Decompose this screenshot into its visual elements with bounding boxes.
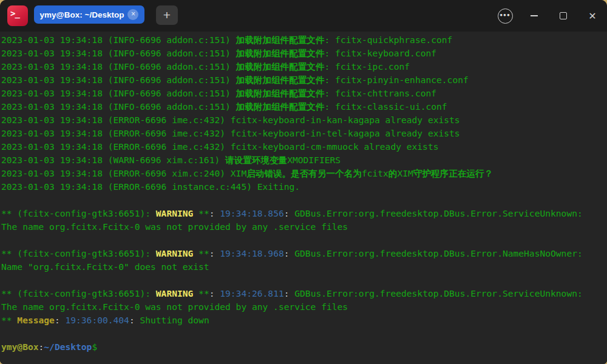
terminal-line: The name org.fcitx.Fcitx-0 was not provi…	[1, 300, 607, 314]
terminal-line: ** Message: 19:36:00.404: Shutting down	[1, 314, 607, 327]
terminal-line: 2023-01-03 19:34:18 (INFO-6696 addon.c:1…	[1, 100, 607, 113]
minimize-button[interactable]	[520, 0, 549, 32]
terminal-line	[1, 194, 607, 207]
terminal-line: 2023-01-03 19:34:18 (INFO-6696 addon.c:1…	[1, 33, 607, 47]
maximize-button[interactable]	[549, 0, 578, 32]
terminal-line	[1, 327, 607, 340]
terminal-line: 2023-01-03 19:34:18 (INFO-6696 addon.c:1…	[1, 60, 607, 73]
terminal-line: 2023-01-03 19:34:18 (ERROR-6696 instance…	[1, 180, 607, 194]
terminal-line: 2023-01-03 19:34:18 (ERROR-6696 ime.c:43…	[1, 140, 607, 153]
terminal-line	[1, 234, 607, 247]
tab-title: ymy@Box: ~/Desktop	[40, 10, 124, 19]
terminal-line: 2023-01-03 19:34:18 (INFO-6696 addon.c:1…	[1, 87, 607, 100]
terminal-line: ** (fcitx-config-gtk3:6651): WARNING **:…	[1, 247, 607, 260]
new-tab-button[interactable]: +	[156, 5, 178, 25]
terminal-line: Name "org.fcitx.Fcitx-0" does not exist	[1, 260, 607, 274]
terminal-line: 2023-01-03 19:34:18 (ERROR-6696 ime.c:43…	[1, 127, 607, 140]
window-controls: ●●● ✕	[490, 0, 607, 32]
ellipsis-icon: ●●●	[498, 8, 513, 24]
minimize-icon	[531, 15, 538, 16]
terminal-output[interactable]: 2023-01-03 19:34:18 (INFO-6696 addon.c:1…	[0, 32, 607, 364]
terminal-window: >_ ymy@Box: ~/Desktop × + ●●● ✕ 2023-01-…	[0, 0, 607, 364]
close-icon: ✕	[588, 10, 596, 22]
terminal-line: 2023-01-03 19:34:18 (INFO-6696 addon.c:1…	[1, 47, 607, 60]
terminal-line: 2023-01-03 19:34:18 (ERROR-6696 ime.c:43…	[1, 113, 607, 127]
tab-close-icon[interactable]: ×	[127, 9, 138, 20]
terminal-line: ymy@Box:~/Desktop$	[1, 340, 607, 354]
tab-active[interactable]: ymy@Box: ~/Desktop ×	[34, 5, 144, 24]
maximize-icon	[560, 12, 567, 19]
terminal-line: 2023-01-03 19:34:18 (ERROR-6696 xim.c:24…	[1, 167, 607, 180]
terminal-line: 2023-01-03 19:34:18 (WARN-6696 xim.c:161…	[1, 153, 607, 167]
terminal-line: ** (fcitx-config-gtk3:6651): WARNING **:…	[1, 287, 607, 300]
close-button[interactable]: ✕	[578, 0, 607, 32]
menu-button[interactable]: ●●●	[490, 0, 520, 32]
terminal-app-icon: >_	[7, 5, 28, 26]
terminal-line: 2023-01-03 19:34:18 (INFO-6696 addon.c:1…	[1, 73, 607, 87]
terminal-line	[1, 274, 607, 287]
prompt-glyph-icon: >_	[10, 8, 19, 18]
terminal-line: The name org.fcitx.Fcitx-0 was not provi…	[1, 220, 607, 234]
titlebar: >_ ymy@Box: ~/Desktop × + ●●● ✕	[0, 0, 607, 32]
terminal-line: ** (fcitx-config-gtk3:6651): WARNING **:…	[1, 207, 607, 220]
